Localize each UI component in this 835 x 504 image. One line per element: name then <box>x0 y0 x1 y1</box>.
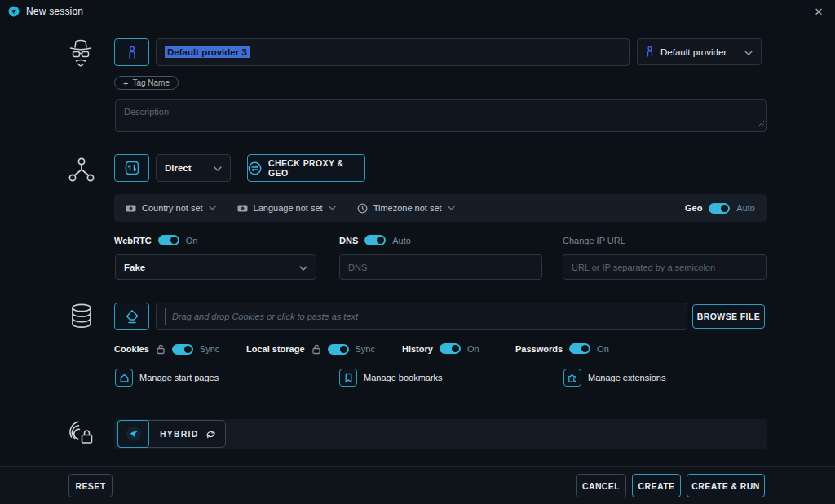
geo-state: Auto <box>736 203 755 213</box>
dns-input-wrap <box>339 254 542 280</box>
cancel-label: CANCEL <box>582 481 620 491</box>
flag-icon <box>237 203 248 214</box>
close-icon: ✕ <box>815 6 824 18</box>
new-session-dialog: New session ✕ Default provider 3 <box>0 0 835 504</box>
description-field-wrap <box>115 99 767 132</box>
geo-label: Geo <box>685 203 702 213</box>
proxy-network-icon <box>68 155 95 188</box>
chevron-down-icon <box>448 206 455 210</box>
chevron-down-icon <box>299 263 307 272</box>
app-logo-dark-icon <box>117 420 149 448</box>
lock-open-icon <box>156 343 166 355</box>
change-ip-input[interactable] <box>563 254 767 280</box>
fingerprint-mode-label: HYBRID <box>160 429 198 439</box>
puzzle-icon <box>563 369 581 387</box>
home-icon <box>115 369 133 387</box>
profile-avatar-icon <box>68 38 93 73</box>
change-ip-input-wrap <box>563 254 767 280</box>
app-logo-icon <box>8 6 20 17</box>
local-storage-state: Sync <box>356 344 375 354</box>
language-dropdown[interactable]: Language not set <box>237 203 336 214</box>
dns-toggle-group: DNS Auto <box>339 235 411 245</box>
close-button[interactable]: ✕ <box>811 3 827 20</box>
clock-icon <box>357 203 368 214</box>
footer-bar: RESET CANCEL CREATE CREATE & RUN <box>0 466 835 504</box>
reset-label: RESET <box>75 481 105 491</box>
chevron-down-icon <box>214 163 222 173</box>
webrtc-mode-dropdown[interactable]: Fake <box>115 254 316 280</box>
history-label: History <box>402 344 433 354</box>
history-toggle[interactable] <box>440 343 461 354</box>
timezone-dropdown[interactable]: Timezone not set <box>357 203 455 214</box>
manage-extensions-label: Manage extensions <box>588 373 665 382</box>
webrtc-toggle[interactable] <box>158 235 179 245</box>
country-dropdown[interactable]: Country not set <box>126 203 216 214</box>
local-storage-toggle[interactable] <box>328 344 349 355</box>
fingerprint-lock-icon <box>68 418 95 451</box>
reset-button[interactable]: RESET <box>68 474 113 497</box>
dns-toggle[interactable] <box>364 235 386 245</box>
person-icon <box>127 46 137 60</box>
fingerprint-mode-button[interactable]: HYBRID <box>117 420 226 448</box>
check-proxy-geo-label: CHECK PROXY & GEO <box>268 158 364 178</box>
browse-file-label: BROWSE FILE <box>697 312 760 321</box>
add-tag-label: Tag Name <box>132 78 170 87</box>
create-run-button[interactable]: CREATE & RUN <box>687 474 765 497</box>
geo-toggle[interactable] <box>709 203 730 214</box>
passwords-toggle[interactable] <box>569 343 590 354</box>
passwords-toggle-group: Passwords On <box>515 343 609 354</box>
manage-start-pages-button[interactable]: Manage start pages <box>115 369 219 387</box>
chevron-down-icon <box>744 47 753 57</box>
session-name-selected-text: Default provider 3 <box>165 46 250 58</box>
text-caret <box>165 308 166 325</box>
check-proxy-geo-button[interactable]: CHECK PROXY & GEO <box>247 154 365 182</box>
cookies-toggle[interactable] <box>172 344 193 355</box>
browse-file-button[interactable]: BROWSE FILE <box>692 304 765 329</box>
manage-bookmarks-label: Manage bookmarks <box>364 373 443 382</box>
plus-icon: + <box>123 78 128 88</box>
change-ip-url-label: Change IP URL <box>563 236 625 245</box>
lock-open-icon <box>311 343 321 355</box>
local-storage-toggle-group: Local storage Sync <box>246 343 375 355</box>
geo-toggle-group: Geo Auto <box>685 203 755 214</box>
chevron-down-icon <box>329 206 336 210</box>
manage-bookmarks-button[interactable]: Manage bookmarks <box>339 369 443 387</box>
language-label: Language not set <box>254 203 323 213</box>
timezone-label: Timezone not set <box>373 203 442 213</box>
resize-handle[interactable] <box>758 115 764 130</box>
description-textarea[interactable] <box>115 99 767 132</box>
geo-settings-row: Country not set Language not set Timezon… <box>114 194 767 222</box>
proxy-type-button[interactable] <box>114 154 149 182</box>
dialog-title: New session <box>26 6 83 17</box>
manage-extensions-button[interactable]: Manage extensions <box>563 369 665 387</box>
session-name-input[interactable]: Default provider 3 <box>156 38 630 66</box>
proxy-protocol-value: Direct <box>165 163 192 173</box>
cookies-state: Sync <box>200 344 219 354</box>
proxy-protocol-dropdown[interactable]: Direct <box>156 154 231 182</box>
cookies-drop-field[interactable]: Drag and drop Cookies or click to paste … <box>156 303 687 330</box>
country-label: Country not set <box>142 203 203 213</box>
transfer-arrows-icon <box>124 160 140 176</box>
cancel-button[interactable]: CANCEL <box>576 474 626 497</box>
provider-dropdown[interactable]: Default provider <box>637 38 762 65</box>
webrtc-label: WebRTC <box>114 236 152 245</box>
dns-state: Auto <box>392 236 411 245</box>
add-tag-button[interactable]: + Tag Name <box>114 76 179 90</box>
manage-start-pages-label: Manage start pages <box>139 373 219 382</box>
clear-cookies-button[interactable] <box>114 303 149 330</box>
bookmark-icon <box>339 369 357 387</box>
create-label: CREATE <box>638 481 675 491</box>
webrtc-toggle-group: WebRTC On <box>114 235 197 245</box>
cookies-toggle-group: Cookies Sync <box>114 343 219 355</box>
webrtc-state: On <box>186 236 198 245</box>
local-storage-label: Local storage <box>246 344 305 354</box>
swap-circle-icon <box>248 161 262 175</box>
webrtc-mode-value: Fake <box>124 263 145 272</box>
eraser-icon <box>124 309 140 325</box>
dns-input[interactable] <box>339 254 542 280</box>
provider-dropdown-label: Default provider <box>660 47 727 57</box>
titlebar: New session ✕ <box>0 0 835 23</box>
history-toggle-group: History On <box>402 343 479 354</box>
create-button[interactable]: CREATE <box>632 474 681 497</box>
profile-type-button[interactable] <box>114 38 149 66</box>
